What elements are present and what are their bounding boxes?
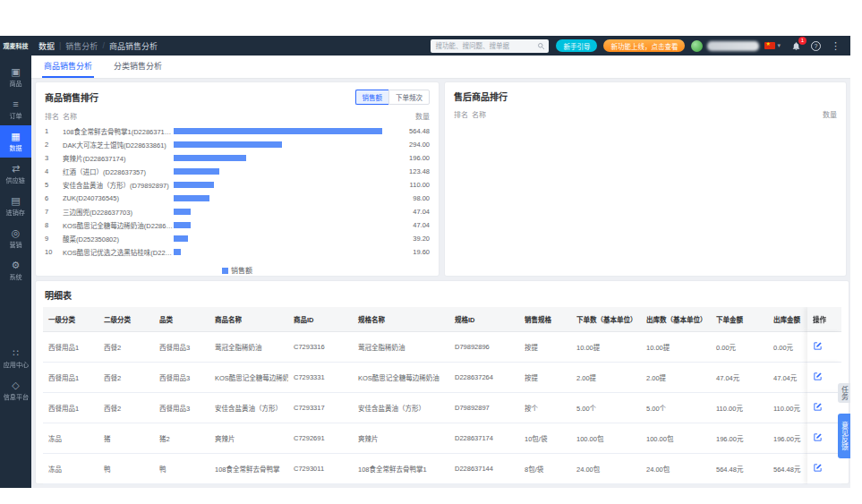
sales-bar	[174, 128, 382, 134]
table-cell: 10.00提	[641, 332, 711, 363]
product-name: ZUK(D240736545)	[63, 194, 174, 202]
orders-icon: ≡	[13, 98, 18, 109]
detail-table: 一级分类二级分类品类商品名称商品ID规格名称规格ID销售规格下单数（基本单位）出…	[43, 307, 841, 484]
sidebar-item-goods[interactable]: ▣商品	[0, 61, 31, 93]
table-cell: 108食全常鲜去骨鸭掌1	[353, 454, 449, 484]
sales-bar	[174, 195, 209, 201]
chart-row: 6ZUK(D240736545)98.00	[45, 192, 430, 205]
edit-record-icon[interactable]	[813, 402, 823, 412]
more-menu-icon[interactable]: ⋮	[831, 40, 841, 52]
chevron-down-icon[interactable]: ▾	[777, 42, 781, 49]
table-cell: 按提	[519, 332, 571, 363]
edit-record-icon[interactable]	[813, 372, 823, 381]
sidebar-item-data[interactable]: ▦数据	[0, 125, 31, 158]
chart-row: 1108食全常鲜去骨鸭掌1(D228637144)564.48	[45, 124, 430, 138]
legend-label: 销售额	[231, 267, 252, 275]
table-cell: C7292691	[288, 423, 353, 454]
tab-category-sales-analysis[interactable]: 分类销售分析	[112, 56, 164, 78]
table-cell: 按提	[519, 363, 571, 393]
supply-chain-icon: ⇄	[12, 163, 20, 174]
table-cell: 爽辣片	[209, 423, 288, 454]
sales-value: 110.00	[388, 181, 430, 189]
op-cell	[807, 363, 841, 393]
sidebar-item-app-center[interactable]: ∷应用中心	[0, 342, 31, 374]
breadcrumb-root[interactable]: 数据	[38, 40, 55, 52]
column-header: 出库数（基本单位）	[641, 307, 711, 332]
table-cell: C7293317	[288, 393, 353, 423]
app-window: 观麦科技 数据 | 销售分析 / 商品销售分析 新手引导 新功能上线，点击查看 …	[0, 36, 850, 488]
table-cell: D79892897	[449, 393, 519, 423]
inventory-icon: ▤	[11, 195, 20, 206]
sales-bar	[174, 182, 214, 188]
edit-record-icon[interactable]	[813, 341, 823, 351]
logo: 观麦科技	[0, 41, 31, 50]
toggle-order-frequency[interactable]: 下单频次	[388, 90, 430, 105]
sales-value: 196.00	[388, 154, 430, 162]
notification-bell-icon[interactable]: 1	[791, 41, 801, 51]
product-name: 安佳含盐黄油（方形）(D79892897)	[63, 180, 174, 190]
sales-value: 564.48	[388, 127, 430, 135]
rank-number: 9	[45, 235, 59, 243]
breadcrumb-divider: |	[59, 41, 61, 50]
table-cell: D228637144	[449, 454, 519, 484]
table-cell: 0.00元	[711, 332, 768, 363]
chart-row: 5安佳含盐黄油（方形）(D79892897)110.00	[45, 178, 430, 192]
edit-record-icon[interactable]	[813, 432, 823, 442]
bar-track	[174, 235, 388, 242]
column-header: 下单金额	[711, 307, 768, 332]
sidebar-item-marketing[interactable]: ◎营销	[0, 222, 31, 254]
table-cell: 西餐用品1	[43, 332, 98, 363]
sales-bar	[174, 235, 188, 242]
toggle-sales-amount[interactable]: 销售额	[355, 90, 389, 105]
product-name: KOS酷思记优选之选黑钻桂味(D228634298)	[63, 247, 174, 257]
table-row: 冻品鸭鸭108食全常鲜去骨鸭掌C7293011108食全常鲜去骨鸭掌1D2286…	[43, 454, 841, 484]
table-cell: 10包/袋	[519, 423, 571, 454]
rank-number: 1	[45, 127, 59, 135]
table-cell: C7293316	[288, 332, 353, 363]
sidebar-item-info-platform[interactable]: ◇信息平台	[0, 374, 31, 406]
edit-record-icon[interactable]	[813, 463, 823, 473]
sidebar-item-label: 营销	[9, 239, 21, 248]
detail-table-wrap[interactable]: 一级分类二级分类品类商品名称商品ID规格名称规格ID销售规格下单数（基本单位）出…	[43, 307, 841, 484]
search-icon[interactable]	[537, 42, 545, 50]
feedback-side-tab[interactable]: 意见反馈	[838, 414, 850, 458]
table-cell: KOS酷思记全糖莓边稀奶油	[209, 363, 288, 393]
goods-icon: ▣	[11, 66, 20, 77]
table-cell: 西餐用品1	[43, 393, 98, 423]
column-header: 规格名称	[353, 307, 449, 332]
sidebar-item-orders[interactable]: ≡订单	[0, 93, 31, 125]
task-side-tab[interactable]: 任务	[838, 383, 850, 403]
table-row: 西餐用品1西餐2西餐用品3KOS酷思记全糖莓边稀奶油C7293331KOS酷思记…	[43, 363, 841, 393]
search-input[interactable]	[431, 40, 533, 52]
sidebar-item-label: 应用中心	[3, 359, 29, 368]
rank-column-label: 排名	[45, 111, 59, 121]
sidebar-nav: ▣商品≡订单▦数据⇄供应链▤进销存◎营销⚙系统∷应用中心◇信息平台	[0, 56, 31, 488]
global-search[interactable]	[431, 39, 549, 53]
sidebar-item-inventory[interactable]: ▤进销存	[0, 190, 31, 222]
product-sales-ranking-card: 商品销售排行 销售额 下单频次 排名 名称 数量 1108食全常鲜去骨鸭掌1(D…	[36, 82, 439, 276]
table-cell: 2.00提	[571, 363, 641, 393]
avatar[interactable]	[691, 40, 703, 52]
sidebar-item-supply-chain[interactable]: ⇄供应链	[0, 158, 31, 190]
chart-row: 10KOS酷思记优选之选黑钻桂味(D228634298)19.60	[45, 245, 430, 259]
help-icon[interactable]: ?	[811, 41, 821, 51]
column-header: 二级分类	[98, 307, 154, 332]
chart-row: 7三边围兜(D228637703)47.04	[45, 205, 430, 218]
table-cell: 按个	[519, 393, 571, 423]
sales-value: 123.48	[388, 167, 430, 175]
sales-bar	[174, 222, 191, 228]
table-cell: D228637264	[449, 363, 519, 393]
column-header: 商品名称	[209, 307, 288, 332]
sales-value: 98.00	[388, 194, 430, 202]
breadcrumb-section[interactable]: 销售分析	[65, 40, 98, 52]
table-cell: D228637174	[449, 423, 519, 454]
sidebar-item-system[interactable]: ⚙系统	[0, 254, 31, 286]
table-cell: 24.00包	[641, 454, 711, 484]
op-cell	[807, 454, 841, 484]
aftersales-rank-header: 排名 名称 数量	[445, 107, 846, 121]
new-feature-button[interactable]: 新功能上线，点击查看	[603, 39, 685, 52]
product-name: 108食全常鲜去骨鸭掌1(D228637144)	[63, 126, 174, 136]
newbie-guide-button[interactable]: 新手引导	[556, 39, 597, 52]
table-cell: 108食全常鲜去骨鸭掌	[209, 454, 288, 484]
tab-product-sales-analysis[interactable]: 商品销售分析	[42, 56, 94, 78]
